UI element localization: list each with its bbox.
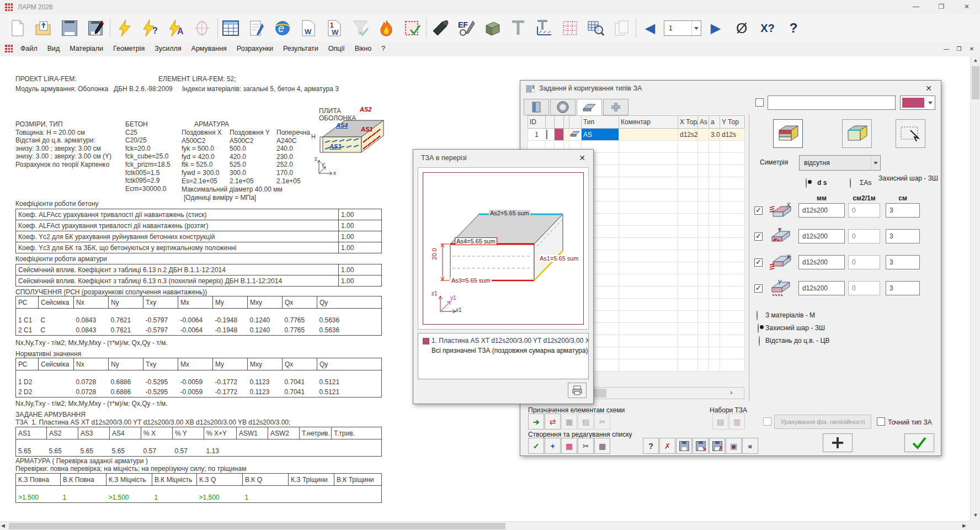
doc-minimize-button[interactable]: — [940,44,952,55]
filter-checkbox[interactable] [755,98,764,107]
layer-xb-checkbox[interactable]: ✓ [754,258,763,267]
element-number-combo[interactable]: 1 [664,20,701,36]
search-input[interactable] [768,96,896,110]
maximize-button[interactable]: ❐ [929,0,954,14]
cut-assignment-button[interactable]: ✂ [594,414,610,430]
word-report-button[interactable]: W [297,17,319,39]
sets-add-button[interactable]: ▤ [712,414,728,430]
close-button[interactable]: ✕ [955,0,979,14]
layer-xb-cover-input[interactable]: 3 [886,255,920,269]
minimize-button[interactable]: — [904,0,928,14]
list-item-1[interactable]: 1. Пластина AS XT d12s200/3.00 YT d12s20… [432,337,589,344]
menu-item-3[interactable]: Геометрія [108,42,150,52]
sets-open-button[interactable]: ▥ [729,414,745,430]
vertical-scrollbar[interactable]: ▲ ▼ [970,56,980,521]
tab-add[interactable] [603,99,629,115]
new-file-button[interactable] [7,17,29,39]
doc-close-button[interactable]: ✕ [966,44,978,55]
insert-row-button[interactable]: ▦ [561,438,577,454]
confirm-row-button[interactable]: ✓ [528,438,544,454]
row-ytop-cell[interactable]: d12s [720,129,745,141]
calculation-query-button[interactable]: ? [139,17,161,39]
row-a-cell[interactable]: 3.00 [709,129,720,141]
section-dialog-close-icon[interactable]: ✕ [576,153,589,162]
assign-apply-button[interactable]: ➔ [528,414,544,430]
radio-ds[interactable] [806,178,807,188]
scroll-down-icon[interactable]: ▼ [972,512,979,518]
dialog-close-icon[interactable]: ✕ [922,84,935,93]
frame-check-button[interactable] [401,17,423,39]
exact-type-checkbox[interactable] [877,417,885,426]
row-type-cell[interactable]: AS [582,129,619,141]
radio-distance[interactable] [759,336,760,346]
symmetry-combo[interactable]: відсутня [799,155,881,171]
layer-yt-checkbox[interactable]: ✓ [754,232,763,241]
menu-item-0[interactable]: Файл [15,42,42,52]
solid-plate-button[interactable] [842,119,872,148]
add-row-button[interactable]: + [545,438,561,454]
copy-list-button[interactable]: ▣ [726,438,742,454]
section-list[interactable]: 1. Пластина AS XT d12s200/3.00 YT d12s20… [418,333,589,379]
ef-edit-button[interactable]: EF [455,17,477,39]
vertical-scroll-thumb[interactable] [972,66,979,99]
menu-item-1[interactable]: Вид [42,42,65,52]
pick-elements-button[interactable]: ▦ [561,414,577,430]
run-calculation-button[interactable] [113,17,135,39]
radio-shield[interactable] [758,323,759,333]
row-as-cell[interactable] [698,129,709,141]
table-report-button[interactable] [220,17,242,39]
trowel-button[interactable] [429,17,451,39]
help-button[interactable]: ? [782,17,805,39]
save-file-button[interactable] [58,17,81,39]
delete-list-button[interactable]: ✗ [659,438,675,454]
row-comment-cell[interactable] [619,129,678,141]
column-t-button[interactable] [507,17,529,39]
row-xtop-cell[interactable]: d12s20 [678,129,698,141]
save-as-button[interactable] [84,17,106,39]
menu-item-7[interactable]: Результати [278,42,323,52]
color-combo[interactable] [900,96,935,110]
add-type-button[interactable] [823,433,853,452]
pick-assigned-button[interactable]: ▤ [578,414,594,430]
scroll-up-icon[interactable]: ▲ [972,57,979,63]
prev-element-button[interactable]: ◀ [639,17,661,39]
solid-box-button[interactable] [481,17,503,39]
tab-plate[interactable] [577,99,602,115]
layer-yt-cover-input[interactable]: 3 [886,229,920,243]
save-list-as-button[interactable]: ↘ [693,438,709,454]
layer-xt-cover-input[interactable]: 3 [886,203,920,218]
html-report-button[interactable]: e [271,17,294,39]
radio-materials[interactable] [757,310,758,321]
scroll-right-icon[interactable]: ▶ [962,523,966,528]
scroll-left-icon[interactable]: ◀ [1,523,5,528]
menu-item-6[interactable]: Розрахунки [232,42,278,52]
layer-xb-input[interactable]: d12s200 [798,255,845,269]
grid-edit-button[interactable]: ▦ [594,438,610,454]
next-element-button[interactable]: ▶ [705,17,727,39]
tab-column[interactable] [524,99,549,115]
scroll-right-icon[interactable]: › [730,388,732,396]
row-color-cell[interactable] [555,129,564,141]
layer-xt-checkbox[interactable]: ✓ [754,206,763,215]
swap-assign-button[interactable]: ⇄ [545,414,561,430]
menu-item-8[interactable]: Опції [323,42,350,52]
flame-button[interactable] [375,17,397,39]
layer-yb-input[interactable]: d12s200 [798,281,845,295]
empty-set-button[interactable]: Ø [731,17,753,39]
x-query-button[interactable]: X? [757,17,779,39]
menu-item-4[interactable]: Зусилля [150,42,186,52]
word-numbered-report-button[interactable]: 1W [323,17,345,39]
delete-saved-button[interactable]: ✗ [709,438,725,454]
filter-check-button[interactable] [349,17,371,39]
grid-zoom-button[interactable] [585,17,607,39]
doc-restore-button[interactable]: ❐ [953,44,965,55]
copy-pages-button[interactable] [611,17,633,39]
layer-yb-checkbox[interactable]: ✓ [754,284,763,293]
chart-ruler-button[interactable] [533,17,555,39]
menu-item-9[interactable]: Вікно [350,42,376,52]
notes-report-button[interactable] [246,17,268,39]
tab-ring[interactable] [550,99,576,115]
horizontal-scroll-thumb[interactable] [9,523,505,529]
menu-item-5[interactable]: Армування [187,42,232,52]
apply-button[interactable] [904,433,934,452]
